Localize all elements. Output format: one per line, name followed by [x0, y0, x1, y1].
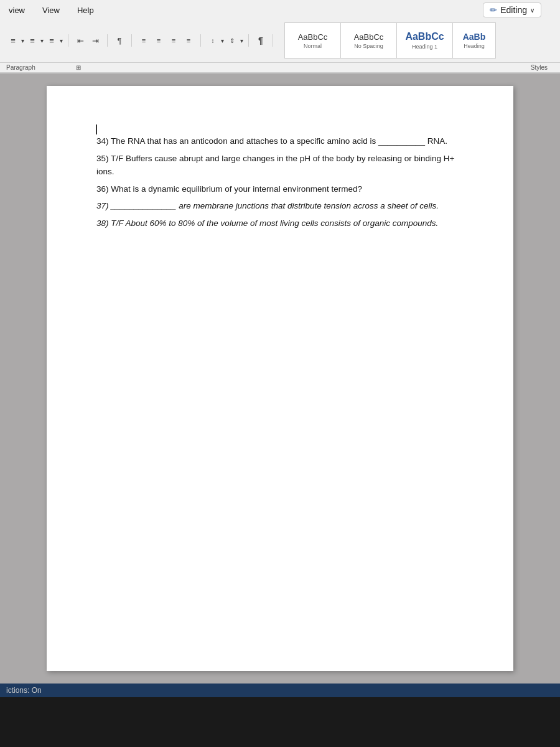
- menu-row: view View Help ✏ Editing ∨: [0, 0, 560, 20]
- para-spacing-btn[interactable]: ⇕: [225, 34, 239, 47]
- show-para-btn[interactable]: ¶: [113, 34, 126, 47]
- align-left-btn[interactable]: ≡: [137, 34, 151, 47]
- doc-line-37: 37) ______________ are membrane junction…: [96, 199, 470, 213]
- doc-line-36: 36) What is a dynamic equilibrium of you…: [96, 182, 470, 196]
- align-center-btn[interactable]: ≡: [152, 34, 166, 47]
- list-bullet-btn[interactable]: ≡: [6, 34, 20, 47]
- editing-chevron: ∨: [530, 7, 534, 14]
- list-number-dropdown[interactable]: ▾: [40, 37, 44, 44]
- menu-item-view1[interactable]: view: [6, 4, 27, 16]
- style-normal[interactable]: AaBbCc Normal: [284, 22, 340, 59]
- text-cursor: [96, 125, 97, 134]
- status-text: ictions: On: [6, 686, 42, 695]
- pilcrow-btn[interactable]: ¶: [254, 34, 268, 47]
- increase-indent-btn[interactable]: ⇥: [88, 34, 102, 47]
- list-style-group: ≡ ▾ ≡ ▾ ≡ ▾: [6, 34, 68, 47]
- paragraph-label: Paragraph: [6, 64, 35, 71]
- editing-button[interactable]: ✏ Editing ∨: [483, 2, 541, 17]
- doc-line-38: 38) T/F About 60% to 80% of the volume o…: [96, 217, 470, 230]
- line-spacing-dropdown[interactable]: ▾: [221, 37, 224, 44]
- style-nospace-preview: AaBbCc: [354, 32, 384, 42]
- decrease-indent-btn[interactable]: ⇤: [73, 34, 87, 47]
- ribbon: view View Help ✏ Editing ∨ ≡ ▾ ≡ ▾ ≡ ▾ ⇤…: [0, 0, 560, 73]
- sort-group: ¶: [113, 34, 132, 47]
- label-row: Paragraph ⊞ Styles: [0, 63, 560, 73]
- style-heading2-label: Heading: [464, 43, 485, 49]
- doc-line-34: 34) The RNA that has an anticodon and at…: [96, 134, 470, 148]
- style-normal-preview: AaBbCc: [298, 32, 328, 42]
- pilcrow-group: ¶: [254, 34, 273, 47]
- style-heading1-label: Heading 1: [412, 44, 437, 50]
- doc-line-35: 35) T/F Buffers cause abrupt and large c…: [96, 152, 470, 179]
- list-multi-btn[interactable]: ≡: [45, 34, 58, 47]
- align-group: ≡ ≡ ≡ ≡: [137, 34, 201, 47]
- menu-item-help[interactable]: Help: [75, 4, 96, 16]
- menu-item-view2[interactable]: View: [40, 4, 62, 16]
- spacing-group: ↕ ▾ ⇕ ▾: [206, 34, 249, 47]
- styles-label: Styles: [531, 64, 548, 71]
- line-38-text: 38) T/F About 60% to 80% of the volume o…: [96, 218, 438, 228]
- style-nospace-label: No Spacing: [354, 43, 383, 49]
- editing-label: Editing: [500, 5, 527, 15]
- style-heading1[interactable]: AaBbCc Heading 1: [396, 22, 452, 59]
- toolbar-row: ≡ ▾ ≡ ▾ ≡ ▾ ⇤ ⇥ ¶ ≡ ≡ ≡ ≡ ↕ ▾ ⇕ ▾: [0, 20, 560, 63]
- list-number-btn[interactable]: ≡: [26, 34, 39, 47]
- style-no-spacing[interactable]: AaBbCc No Spacing: [340, 22, 396, 59]
- style-heading2-preview: AaBb: [463, 32, 486, 42]
- line-37-text: 37) ______________ are membrane junction…: [96, 201, 439, 210]
- line-34-text: 34) The RNA that has an anticodon and at…: [96, 136, 447, 146]
- align-right-btn[interactable]: ≡: [167, 34, 180, 47]
- line-spacing-btn[interactable]: ↕: [206, 34, 220, 47]
- style-heading2[interactable]: AaBb Heading: [452, 22, 496, 59]
- style-heading1-preview: AaBbCc: [405, 31, 444, 42]
- line-35-text: 35) T/F Buffers cause abrupt and large c…: [96, 154, 454, 177]
- list-multi-dropdown[interactable]: ▾: [60, 37, 63, 44]
- list-bullet-dropdown[interactable]: ▾: [21, 37, 24, 44]
- styles-section: AaBbCc Normal AaBbCc No Spacing AaBbCc H…: [284, 22, 496, 59]
- paragraph-expand-icon[interactable]: ⊞: [76, 64, 81, 71]
- dark-bottom-area: [0, 697, 560, 747]
- page: 34) The RNA that has an anticodon and at…: [47, 86, 513, 671]
- line-36-text: 36) What is a dynamic equilibrium of you…: [96, 184, 362, 194]
- document-content[interactable]: 34) The RNA that has an anticodon and at…: [96, 134, 470, 230]
- style-normal-label: Normal: [304, 43, 322, 49]
- align-justify-btn[interactable]: ≡: [182, 34, 195, 47]
- status-bar: ictions: On: [0, 684, 560, 697]
- para-spacing-dropdown[interactable]: ▾: [240, 37, 243, 44]
- indent-group: ⇤ ⇥: [73, 34, 108, 47]
- pencil-icon: ✏: [490, 5, 497, 15]
- document-area: 34) The RNA that has an anticodon and at…: [0, 73, 560, 684]
